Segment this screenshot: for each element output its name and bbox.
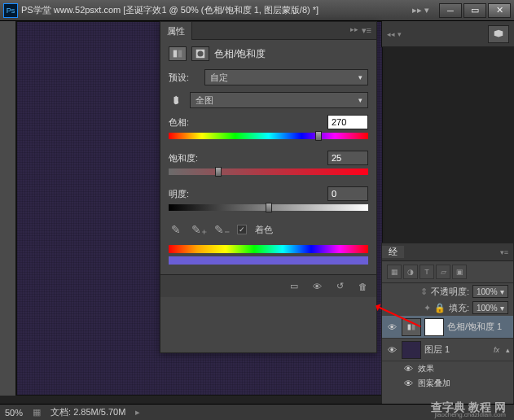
fill-input[interactable]: 100%▾ xyxy=(472,301,508,314)
close-button[interactable]: ✕ xyxy=(488,3,511,18)
mask-icon[interactable] xyxy=(191,46,209,61)
layer-row-1[interactable]: 👁 图层 1 fx ▴ xyxy=(382,339,513,361)
dock-menu-icon[interactable]: ◂◂ ▾ xyxy=(387,30,402,38)
saturation-label: 饱和度: xyxy=(169,152,198,164)
doc-info-chevron-icon[interactable]: ▸ xyxy=(135,407,140,418)
right-dock: ◂◂ ▾ xyxy=(381,21,514,47)
effects-row[interactable]: 👁 效果 xyxy=(382,361,513,376)
hue-input[interactable] xyxy=(327,115,368,129)
hand-icon[interactable] xyxy=(169,92,185,108)
visibility-icon[interactable]: 👁 xyxy=(385,321,398,334)
zoom-level[interactable]: 50% xyxy=(5,408,23,418)
spectrum-result xyxy=(169,256,368,265)
lightness-input[interactable] xyxy=(327,186,368,201)
panel-title: 色相/饱和度 xyxy=(214,47,266,61)
opacity-label: 不透明度: xyxy=(431,286,469,298)
lightness-slider[interactable] xyxy=(169,204,368,211)
layer-name: 色相/饱和度 1 xyxy=(447,321,510,333)
eyedropper-icon[interactable]: ✎ xyxy=(169,222,183,237)
preset-label: 预设: xyxy=(169,72,200,84)
layer-row-hue-saturation[interactable]: 👁 色相/饱和度 1 xyxy=(382,316,513,339)
fill-label: 填充: xyxy=(449,302,469,314)
photoshop-icon: Ps xyxy=(3,3,18,18)
hue-slider[interactable] xyxy=(169,133,368,139)
panel-footer: ▭ 👁 ↺ 🗑 xyxy=(160,274,376,297)
properties-tab[interactable]: 属性 xyxy=(160,22,192,40)
paths-tab[interactable]: 经 xyxy=(382,246,404,258)
adjustment-icon[interactable] xyxy=(169,46,187,61)
preset-dropdown[interactable]: 自定 xyxy=(204,69,368,85)
fx-badge[interactable]: fx xyxy=(494,346,503,354)
layers-filter-bar: ▦ ◑ T ▱ ▣ xyxy=(382,261,513,283)
reset-icon[interactable]: ↺ xyxy=(332,279,347,294)
layer-name: 图层 1 xyxy=(424,343,490,356)
mask-thumb[interactable] xyxy=(424,318,444,336)
watermark-sub: jiaocheng.chazidian.com xyxy=(434,411,506,418)
panel-tab-bar: 属性 ▸▸ ▾≡ xyxy=(160,22,376,40)
visibility-icon[interactable]: 👁 xyxy=(402,377,415,390)
filter-shape-icon[interactable]: ▱ xyxy=(436,265,450,279)
clip-icon[interactable]: ▭ xyxy=(287,279,301,294)
filter-smart-icon[interactable]: ▣ xyxy=(452,265,467,279)
delete-icon[interactable]: 🗑 xyxy=(355,279,370,294)
eyedropper-add-icon[interactable]: ✎₊ xyxy=(191,222,206,237)
svg-point-3 xyxy=(198,51,204,57)
status-icon[interactable]: ▦ xyxy=(33,407,41,418)
layers-tab-bar: 经 ▾≡ xyxy=(382,243,513,261)
svg-rect-0 xyxy=(174,50,177,58)
saturation-input[interactable] xyxy=(327,151,368,165)
title-bar: Ps PS学堂 www.52psxt.com [圣诞字效1 @ 50% (色相/… xyxy=(0,0,514,21)
filter-text-icon[interactable]: T xyxy=(420,265,434,279)
range-dropdown[interactable]: 全图 xyxy=(190,92,368,108)
dock-panel-icon[interactable] xyxy=(488,25,509,43)
lightness-thumb[interactable] xyxy=(266,203,272,212)
window-title: PS学堂 www.52psxt.com [圣诞字效1 @ 50% (色相/饱和度… xyxy=(21,4,412,16)
lightness-label: 明度: xyxy=(169,188,189,200)
spectrum-source xyxy=(169,245,368,253)
lock-icon[interactable]: 🔒 xyxy=(434,303,446,313)
eyedropper-subtract-icon[interactable]: ✎₋ xyxy=(214,222,229,237)
saturation-thumb[interactable] xyxy=(215,167,222,177)
panel-collapse-icon[interactable]: ▸▸ xyxy=(350,25,358,36)
layer-list: 👁 色相/饱和度 1 👁 图层 1 fx ▴ 👁 效果 👁 图案叠加 xyxy=(382,316,513,391)
layer-thumb[interactable] xyxy=(402,341,421,359)
visibility-icon[interactable]: 👁 xyxy=(402,362,415,375)
arrows-icon[interactable]: ⇕ xyxy=(420,287,428,297)
colorize-label: 着色 xyxy=(255,224,273,236)
filter-image-icon[interactable]: ▦ xyxy=(387,265,402,279)
hue-label: 色相: xyxy=(169,116,189,129)
saturation-slider[interactable] xyxy=(169,168,368,175)
fx-chevron-icon[interactable]: ▴ xyxy=(506,346,510,354)
maximize-button[interactable]: ▭ xyxy=(463,3,486,18)
visibility-icon[interactable]: 👁 xyxy=(385,343,398,357)
svg-rect-4 xyxy=(408,324,411,330)
doc-info: 文档: 2.85M/5.70M xyxy=(51,406,125,418)
properties-panel: 属性 ▸▸ ▾≡ 色相/饱和度 预设: 自定 全图 xyxy=(160,21,377,353)
lock-plus-icon[interactable]: ✦ xyxy=(424,303,431,313)
layers-menu-icon[interactable]: ▾≡ xyxy=(495,248,513,256)
panel-menu-icon[interactable]: ▾≡ xyxy=(362,25,371,36)
colorize-checkbox[interactable]: ✓ xyxy=(237,225,247,234)
effect-item-row[interactable]: 👁 图案叠加 xyxy=(382,376,513,391)
svg-rect-1 xyxy=(178,50,182,58)
opacity-input[interactable]: 100%▾ xyxy=(472,285,508,298)
view-icon[interactable]: 👁 xyxy=(310,279,324,294)
minimize-button[interactable]: ─ xyxy=(439,3,462,18)
layers-panel: 经 ▾≡ ▦ ◑ T ▱ ▣ ⇕ 不透明度: 100%▾ ✦ 🔒 填充: 100… xyxy=(381,243,514,420)
tab-arrows-icon[interactable]: ▸▸ ▾ xyxy=(412,5,429,15)
hue-thumb[interactable] xyxy=(315,131,322,141)
filter-adjust-icon[interactable]: ◑ xyxy=(403,265,418,279)
left-toolbar xyxy=(0,21,16,396)
